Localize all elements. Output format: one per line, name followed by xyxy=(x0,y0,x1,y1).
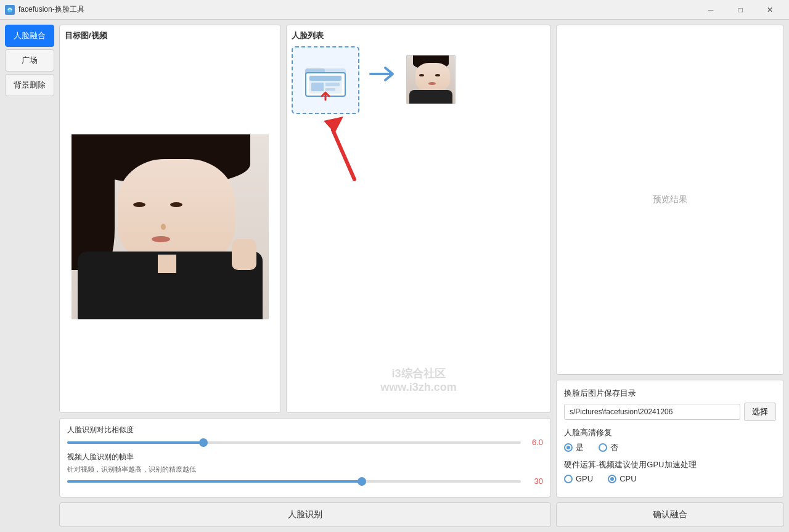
upload-icon xyxy=(303,58,348,102)
similarity-track[interactable] xyxy=(67,441,521,444)
gpu-circle xyxy=(564,475,573,483)
close-button[interactable]: ✕ xyxy=(756,0,784,20)
bottom-btn-row: 人脸识别 xyxy=(59,502,551,527)
target-panel: 目标图/视频 xyxy=(59,25,281,413)
fps-sublabel: 针对视频，识别帧率越高，识别的精度越低 xyxy=(67,465,543,474)
fps-fill xyxy=(67,480,362,483)
svg-rect-5 xyxy=(309,76,341,81)
save-dir-row: 换脸后图片保存目录 选择 xyxy=(564,388,776,421)
save-dir-label: 换脸后图片保存目录 xyxy=(564,388,776,399)
similarity-thumb[interactable] xyxy=(199,438,208,447)
fps-slider-row: 视频人脸识别的帧率 针对视频，识别帧率越高，识别的精度越低 30 xyxy=(67,452,543,486)
hd-radio-row: 是 否 xyxy=(564,442,776,453)
right-arrow-icon xyxy=(369,65,396,83)
facelist-inner xyxy=(292,46,546,407)
minimize-button[interactable]: ─ xyxy=(697,0,725,20)
cpu-radio[interactable]: CPU xyxy=(608,474,636,483)
upload-face-button[interactable] xyxy=(292,46,359,114)
face-thumbnail xyxy=(406,55,456,104)
settings-panel: 换脸后图片保存目录 选择 人脸高清修复 是 否 xyxy=(556,380,784,497)
similarity-label: 人脸识别对比相似度 xyxy=(67,425,543,435)
hd-yes-circle xyxy=(564,443,573,452)
svg-rect-7 xyxy=(325,83,340,86)
gpu-radio[interactable]: GPU xyxy=(564,474,593,483)
window-controls: ─ □ ✕ xyxy=(697,0,784,20)
facelist-title: 人脸列表 xyxy=(292,30,546,41)
hd-restore-label: 人脸高清修复 xyxy=(564,427,776,438)
target-panel-title: 目标图/视频 xyxy=(65,30,276,41)
cpu-label: CPU xyxy=(619,474,636,483)
hd-no-radio[interactable]: 否 xyxy=(599,442,618,453)
hd-yes-radio[interactable]: 是 xyxy=(564,442,584,453)
preview-label: 预览结果 xyxy=(653,194,687,205)
red-pointer-arrow-icon xyxy=(317,112,367,186)
dir-choose-button[interactable]: 选择 xyxy=(744,403,776,421)
hd-no-label: 否 xyxy=(610,442,618,453)
fps-track[interactable] xyxy=(67,480,521,483)
sliders-area: 人脸识别对比相似度 6.0 视频人脸识别的帧率 针对视频，识别帧率越高，识别的精… xyxy=(59,418,551,497)
fps-track-row: 30 xyxy=(67,477,543,486)
face-recognize-button[interactable]: 人脸识别 xyxy=(59,502,551,527)
gpu-label: GPU xyxy=(576,474,593,483)
hw-radio-row: GPU CPU xyxy=(564,474,776,483)
preview-panel: 预览结果 xyxy=(556,25,784,375)
nav-plaza[interactable]: 广场 xyxy=(5,49,54,72)
confirm-merge-button[interactable]: 确认融合 xyxy=(556,502,784,527)
cpu-circle xyxy=(608,475,616,483)
similarity-slider-row: 人脸识别对比相似度 6.0 xyxy=(67,425,543,447)
fps-thumb[interactable] xyxy=(358,477,366,486)
similarity-fill xyxy=(67,441,203,444)
fps-value: 30 xyxy=(526,477,543,486)
facelist-panel: 人脸列表 xyxy=(286,25,551,413)
similarity-value: 6.0 xyxy=(526,438,543,447)
top-panels: 目标图/视频 xyxy=(59,25,551,413)
nav-bg-remove[interactable]: 背景删除 xyxy=(5,74,54,96)
fps-label: 视频人脸识别的帧率 xyxy=(67,452,543,462)
app-icon xyxy=(5,5,15,15)
window-title: facefusion-换脸工具 xyxy=(18,4,697,15)
svg-rect-6 xyxy=(311,83,324,91)
hw-row: 硬件运算-视频建议使用GPU加速处理 GPU CPU xyxy=(564,459,776,483)
hd-no-circle xyxy=(599,443,607,452)
titlebar: facefusion-换脸工具 ─ □ ✕ xyxy=(0,0,789,20)
arrow-container xyxy=(369,46,396,83)
maximize-button[interactable]: □ xyxy=(726,0,754,20)
save-dir-input[interactable] xyxy=(564,404,740,420)
red-arrow-pointer xyxy=(317,112,367,187)
main-content: 人脸融合 广场 背景删除 目标图/视频 xyxy=(0,20,789,532)
target-image-container[interactable] xyxy=(65,46,276,407)
hd-yes-label: 是 xyxy=(576,442,584,453)
left-nav: 人脸融合 广场 背景删除 xyxy=(5,25,54,527)
dir-row: 选择 xyxy=(564,403,776,421)
svg-rect-8 xyxy=(325,88,335,91)
hd-restore-row: 人脸高清修复 是 否 xyxy=(564,427,776,453)
right-panel: 预览结果 换脸后图片保存目录 选择 人脸高清修复 是 xyxy=(556,25,784,527)
target-image xyxy=(72,134,269,319)
similarity-track-row: 6.0 xyxy=(67,438,543,447)
nav-face-fusion[interactable]: 人脸融合 xyxy=(5,25,54,47)
center-area: 目标图/视频 xyxy=(59,25,551,527)
hw-label: 硬件运算-视频建议使用GPU加速处理 xyxy=(564,459,776,470)
